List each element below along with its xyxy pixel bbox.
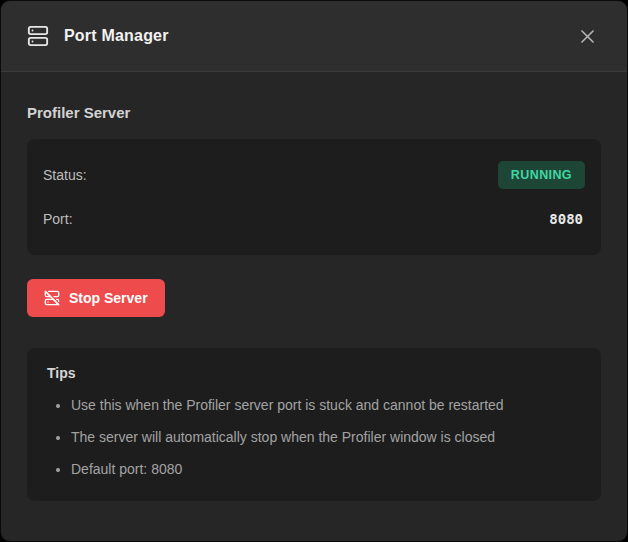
tips-card: Tips Use this when the Profiler server p… bbox=[27, 348, 601, 501]
port-row: Port: 8080 bbox=[43, 203, 585, 235]
status-row: Status: RUNNING bbox=[43, 159, 585, 191]
port-label: Port: bbox=[43, 211, 73, 227]
server-icon bbox=[27, 25, 49, 47]
section-heading: Profiler Server bbox=[27, 104, 601, 121]
tip-item: The server will automatically stop when … bbox=[71, 428, 581, 447]
window-title: Port Manager bbox=[64, 27, 169, 45]
server-off-icon bbox=[44, 290, 60, 306]
tip-item: Default port: 8080 bbox=[71, 460, 581, 479]
close-button[interactable] bbox=[573, 22, 601, 50]
tips-list: Use this when the Profiler server port i… bbox=[47, 396, 581, 479]
tip-item: Use this when the Profiler server port i… bbox=[71, 396, 581, 415]
titlebar: Port Manager bbox=[1, 1, 627, 72]
dialog-content: Profiler Server Status: RUNNING Port: 80… bbox=[1, 72, 627, 525]
status-badge: RUNNING bbox=[498, 161, 585, 190]
status-label: Status: bbox=[43, 167, 87, 183]
port-manager-dialog: Port Manager Profiler Server Status: RUN… bbox=[0, 0, 628, 542]
close-icon bbox=[578, 27, 597, 46]
status-card: Status: RUNNING Port: 8080 bbox=[27, 139, 601, 255]
stop-server-button[interactable]: Stop Server bbox=[27, 279, 165, 317]
tips-heading: Tips bbox=[47, 365, 581, 381]
port-value: 8080 bbox=[549, 211, 585, 227]
stop-server-label: Stop Server bbox=[69, 290, 148, 306]
